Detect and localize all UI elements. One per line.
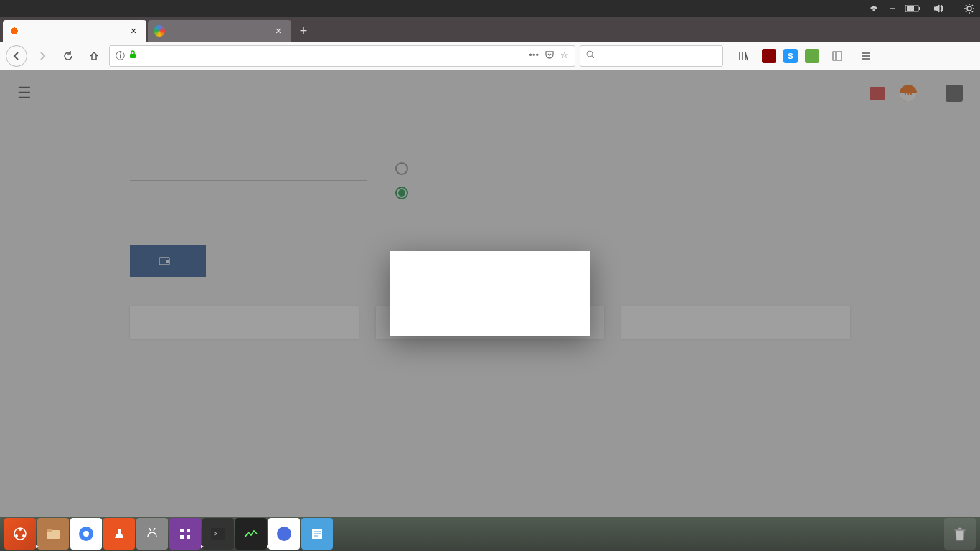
svg-rect-22 — [187, 535, 190, 539]
svg-rect-16 — [47, 529, 52, 532]
search-bar[interactable] — [580, 45, 723, 67]
dock-software-icon[interactable] — [103, 518, 135, 550]
volume-icon[interactable] — [934, 4, 944, 13]
ublock-icon[interactable] — [762, 49, 776, 63]
dock-files-icon[interactable] — [37, 518, 69, 550]
search-icon — [586, 50, 595, 61]
page-viewport: ☰ — [0, 70, 980, 517]
battery-indicator[interactable] — [905, 5, 924, 12]
info-icon[interactable]: ⓘ — [116, 50, 125, 62]
browser-tab-0[interactable]: × — [3, 20, 146, 42]
dock-monitor-icon[interactable] — [235, 518, 267, 550]
back-button[interactable] — [6, 45, 27, 67]
lock-icon — [129, 50, 136, 61]
svg-text:>_: >_ — [214, 530, 222, 537]
dock-settings-icon[interactable] — [136, 518, 168, 550]
browser-tabstrip: × × + — [0, 17, 980, 42]
svg-point-5 — [587, 51, 593, 57]
svg-point-14 — [22, 534, 25, 537]
forward-button[interactable] — [32, 45, 53, 67]
dock-trash-icon[interactable] — [944, 518, 976, 550]
svg-line-6 — [592, 56, 594, 58]
dock-chrome-icon[interactable] — [70, 518, 102, 550]
svg-rect-20 — [187, 529, 190, 532]
favicon-icon — [9, 25, 20, 37]
svg-rect-1 — [919, 7, 920, 10]
reload-button[interactable] — [57, 45, 79, 67]
home-button[interactable] — [83, 45, 105, 67]
sidebar-icon[interactable] — [826, 45, 848, 67]
svg-rect-21 — [180, 535, 184, 539]
svg-rect-19 — [180, 529, 184, 532]
new-tab-button[interactable]: + — [293, 20, 314, 42]
svg-rect-4 — [130, 54, 136, 58]
stylish-icon[interactable]: S — [783, 49, 798, 63]
bookmark-icon[interactable]: ☆ — [560, 50, 569, 62]
url-bar[interactable]: ⓘ ••• ☆ — [109, 45, 575, 67]
browser-tab-1[interactable]: × — [148, 20, 291, 42]
browser-toolbar: ⓘ ••• ☆ S — [0, 42, 980, 70]
dock-apps-icon[interactable] — [169, 518, 201, 550]
menu-icon[interactable] — [855, 45, 877, 67]
svg-point-3 — [967, 6, 971, 11]
success-modal — [390, 251, 590, 336]
dock-dash-icon[interactable] — [4, 518, 36, 550]
gear-icon[interactable] — [964, 4, 974, 14]
dock-terminal-icon[interactable]: >_ — [202, 518, 234, 550]
svg-point-12 — [19, 528, 22, 531]
more-icon[interactable]: ••• — [529, 50, 539, 62]
svg-rect-7 — [833, 52, 842, 60]
close-icon[interactable]: × — [131, 25, 141, 37]
close-icon[interactable]: × — [275, 25, 286, 37]
svg-point-25 — [277, 527, 291, 541]
os-dock: >_ — [0, 517, 980, 551]
library-icon[interactable] — [733, 45, 755, 67]
svg-point-13 — [15, 534, 18, 537]
language-indicator[interactable] — [890, 8, 895, 9]
dock-firefox-icon[interactable] — [268, 518, 300, 550]
svg-point-18 — [83, 531, 89, 537]
os-top-bar — [0, 0, 980, 17]
extension-icon[interactable] — [805, 49, 819, 63]
wifi-icon[interactable] — [868, 4, 880, 13]
dock-editor-icon[interactable] — [301, 518, 333, 550]
svg-rect-2 — [907, 6, 914, 11]
pocket-icon[interactable] — [545, 50, 555, 62]
favicon-icon — [154, 25, 165, 37]
